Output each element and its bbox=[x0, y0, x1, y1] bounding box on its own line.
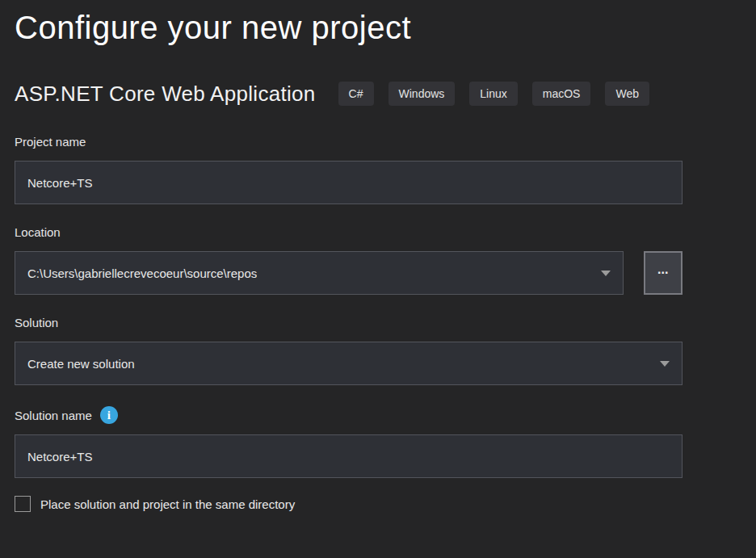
same-directory-checkbox[interactable] bbox=[15, 496, 31, 512]
template-name: ASP.NET Core Web Application bbox=[15, 82, 316, 107]
chevron-down-icon[interactable] bbox=[660, 361, 670, 367]
project-name-input[interactable] bbox=[15, 161, 682, 204]
location-value: C:\Users\gabriellecrevecoeur\source\repo… bbox=[27, 266, 257, 280]
project-name-label: Project name bbox=[15, 132, 682, 150]
tag-windows: Windows bbox=[388, 82, 456, 106]
page-title: Configure your new project bbox=[15, 10, 741, 46]
tag-csharp: C# bbox=[338, 82, 374, 106]
solution-label: Solution bbox=[15, 313, 682, 331]
form-fields: Project name Location C:\Users\gabrielle… bbox=[15, 132, 682, 512]
solution-name-input[interactable] bbox=[15, 434, 682, 478]
location-row: C:\Users\gabriellecrevecoeur\source\repo… bbox=[15, 241, 682, 295]
info-icon[interactable]: i bbox=[100, 406, 118, 424]
solution-value: Create new solution bbox=[27, 357, 135, 371]
solution-name-label: Solution name bbox=[15, 409, 92, 422]
location-combobox[interactable]: C:\Users\gabriellecrevecoeur\source\repo… bbox=[15, 251, 624, 295]
tag-web: Web bbox=[605, 82, 649, 106]
tag-macos: macOS bbox=[532, 82, 591, 106]
tag-linux: Linux bbox=[469, 82, 517, 106]
same-directory-label: Place solution and project in the same d… bbox=[40, 497, 295, 511]
configure-project-dialog: Configure your new project ASP.NET Core … bbox=[0, 0, 756, 512]
solution-name-label-row: Solution name i bbox=[15, 406, 682, 424]
browse-button[interactable]: ... bbox=[644, 251, 682, 295]
chevron-down-icon[interactable] bbox=[601, 271, 611, 276]
template-row: ASP.NET Core Web Application C# Windows … bbox=[15, 80, 741, 107]
solution-combobox[interactable]: Create new solution bbox=[15, 342, 682, 385]
location-label: Location bbox=[15, 223, 682, 241]
same-directory-row: Place solution and project in the same d… bbox=[15, 496, 682, 512]
